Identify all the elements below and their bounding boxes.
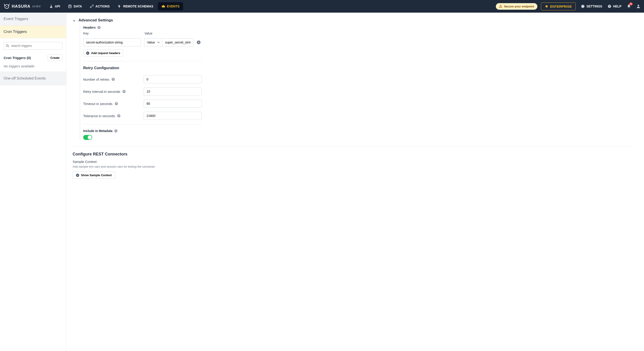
database-icon	[68, 4, 72, 8]
show-sample-context-button[interactable]: + Show Sample Context	[72, 171, 115, 179]
nav-api[interactable]: API	[46, 2, 64, 10]
sample-context-description: Add sample env vars and session vars for…	[72, 165, 633, 168]
help-icon[interactable]: ?	[122, 90, 126, 93]
user-icon	[636, 4, 640, 8]
cron-triggers-section: Cron Triggers (0) Create No triggers ava…	[0, 38, 66, 72]
link-icon	[90, 4, 94, 8]
notifications-button[interactable]: 6	[627, 4, 631, 8]
help-icon[interactable]: ?	[98, 26, 100, 29]
help-link[interactable]: ? HELP	[608, 4, 622, 8]
sidebar-tab-one-off[interactable]: One-off Scheduled Events	[0, 72, 66, 85]
num-retries-label: Number of retries ?	[83, 77, 144, 81]
advanced-settings-title: Advanced Settings	[78, 18, 633, 22]
sidebar: Event Triggers Cron Triggers Cron Trigge…	[0, 13, 66, 351]
key-column-header: Key	[83, 31, 141, 35]
flask-icon	[50, 4, 53, 8]
plus-icon: +	[86, 52, 89, 55]
settings-link[interactable]: SETTINGS	[581, 4, 602, 8]
svg-point-1	[68, 5, 71, 6]
main-content: Advanced Settings Headers ? Key Value	[66, 13, 644, 351]
retry-interval-label: Retry interval in seconds ?	[83, 90, 144, 93]
help-icon[interactable]: ?	[115, 102, 118, 105]
timeout-label: Timeout in seconds ?	[83, 102, 144, 106]
warning-icon	[499, 5, 502, 8]
version-label: v2.29.0	[32, 5, 40, 8]
svg-text:?: ?	[608, 5, 610, 8]
gear-icon	[581, 4, 585, 8]
cloud-icon	[162, 4, 165, 8]
help-icon[interactable]: ?	[112, 78, 115, 81]
sample-context-label: Sample Context	[72, 160, 633, 164]
cron-triggers-count: Cron Triggers (0)	[4, 56, 31, 60]
header-value-input[interactable]	[162, 38, 194, 46]
enterprise-button[interactable]: ENTERPRISE	[541, 2, 576, 10]
nav-items: API DATA ACTIONS REMOTE SCHEMAS EVENTS	[46, 2, 183, 10]
sidebar-tab-event-triggers[interactable]: Event Triggers	[0, 13, 66, 25]
nav-remote-schemas[interactable]: REMOTE SCHEMAS	[114, 2, 157, 10]
timeout-input[interactable]	[144, 100, 202, 108]
sidebar-tab-cron-triggers[interactable]: Cron Triggers	[0, 25, 66, 38]
nav-events[interactable]: EVENTS	[158, 2, 183, 10]
chevron-down-icon[interactable]	[72, 19, 76, 22]
logo[interactable]: HASURA	[4, 3, 30, 9]
value-column-header: Value	[144, 31, 152, 35]
retry-config-title: Retry Configuration	[83, 66, 337, 70]
tolerance-input[interactable]	[144, 112, 202, 120]
create-trigger-button[interactable]: Create	[48, 54, 62, 61]
tolerance-label: Tolerance in seconds ?	[83, 114, 144, 118]
help-icon[interactable]: ?	[114, 129, 118, 132]
include-metadata-label: Include in Metadata ?	[83, 129, 337, 133]
help-icon: ?	[608, 4, 611, 8]
header-key-input[interactable]	[83, 38, 141, 46]
headers-label: Headers ?	[83, 26, 337, 29]
top-nav: HASURA v2.29.0 API DATA ACTIONS REMOTE S…	[0, 0, 644, 13]
logo-text: HASURA	[12, 4, 30, 9]
secure-endpoint-button[interactable]: Secure your endpoint	[496, 3, 537, 10]
star-icon	[545, 4, 548, 8]
plus-icon: +	[76, 174, 79, 177]
num-retries-input[interactable]	[144, 75, 202, 83]
delete-header-icon[interactable]: ✕	[197, 40, 200, 44]
svg-point-4	[638, 5, 639, 6]
header-row: Value ✕	[83, 38, 337, 46]
nav-actions[interactable]: ACTIONS	[86, 2, 113, 10]
header-type-select[interactable]: Value	[144, 38, 162, 46]
add-request-headers-button[interactable]: + Add request headers	[83, 49, 123, 56]
svg-point-5	[6, 45, 8, 47]
nav-data[interactable]: DATA	[64, 2, 86, 10]
search-triggers-input[interactable]	[4, 42, 62, 49]
hasura-logo-icon	[4, 3, 10, 9]
plug-icon	[118, 4, 121, 8]
help-icon[interactable]: ?	[117, 114, 120, 117]
empty-state-text: No triggers available	[4, 64, 62, 68]
retry-interval-input[interactable]	[144, 87, 202, 95]
include-metadata-toggle[interactable]	[83, 135, 92, 140]
notification-badge: 6	[629, 2, 633, 5]
right-nav: SETTINGS ? HELP 6	[581, 4, 640, 8]
search-icon	[6, 44, 9, 47]
user-menu[interactable]	[636, 4, 640, 8]
rest-connectors-title: Configure REST Connectors	[72, 152, 633, 157]
